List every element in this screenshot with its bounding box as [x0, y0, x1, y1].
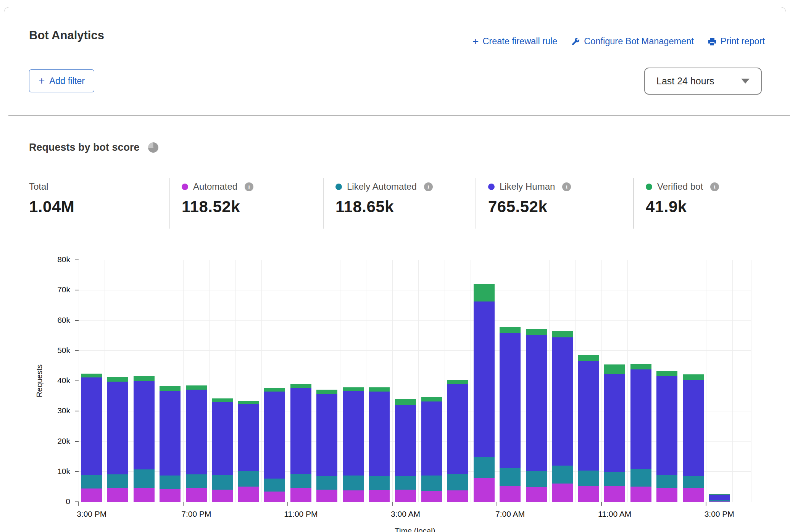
bar-segment-likely-automated[interactable]	[212, 475, 233, 490]
bar-segment-verified-bot[interactable]	[421, 397, 442, 401]
bar-segment-likely-automated[interactable]	[290, 474, 311, 488]
info-icon[interactable]: i	[562, 182, 571, 191]
bar-segment-likely-human[interactable]	[290, 388, 311, 474]
bar-segment-likely-automated[interactable]	[160, 476, 181, 489]
bar-segment-likely-automated[interactable]	[447, 474, 468, 490]
bar-segment-likely-automated[interactable]	[709, 500, 730, 501]
bar-segment-likely-automated[interactable]	[526, 471, 547, 487]
bar-segment-verified-bot[interactable]	[264, 388, 285, 392]
bar-segment-likely-automated[interactable]	[186, 474, 207, 488]
bar-segment-likely-human[interactable]	[81, 377, 102, 475]
bar-segment-automated[interactable]	[238, 487, 259, 502]
bar-segment-likely-automated[interactable]	[578, 471, 599, 486]
time-range-select[interactable]: Last 24 hours	[644, 68, 762, 95]
bar-segment-likely-automated[interactable]	[500, 468, 521, 486]
bar-segment-likely-human[interactable]	[264, 392, 285, 479]
bar-segment-automated[interactable]	[316, 490, 337, 502]
bar-segment-automated[interactable]	[552, 484, 573, 502]
bar-segment-verified-bot[interactable]	[238, 401, 259, 404]
bar-segment-automated[interactable]	[630, 487, 651, 502]
create-firewall-rule-link[interactable]: + Create firewall rule	[472, 36, 557, 47]
bar-segment-automated[interactable]	[421, 491, 442, 502]
bar-segment-likely-automated[interactable]	[395, 476, 416, 490]
bar-segment-automated[interactable]	[264, 492, 285, 502]
bar-segment-verified-bot[interactable]	[683, 374, 704, 380]
bar-segment-likely-automated[interactable]	[656, 475, 677, 488]
bar-segment-verified-bot[interactable]	[290, 384, 311, 388]
bar-segment-automated[interactable]	[395, 490, 416, 502]
bar-segment-likely-automated[interactable]	[604, 472, 625, 486]
bar-segment-likely-automated[interactable]	[683, 476, 704, 488]
bar-segment-likely-human[interactable]	[630, 369, 651, 469]
bar-segment-verified-bot[interactable]	[81, 374, 102, 377]
bar-segment-verified-bot[interactable]	[186, 385, 207, 390]
bar-segment-automated[interactable]	[474, 478, 495, 502]
bar-segment-likely-automated[interactable]	[630, 469, 651, 486]
bar-segment-likely-automated[interactable]	[474, 457, 495, 478]
bar-segment-verified-bot[interactable]	[134, 376, 155, 381]
bar-segment-verified-bot[interactable]	[343, 387, 364, 391]
bar-segment-automated[interactable]	[107, 488, 128, 502]
bar-segment-likely-human[interactable]	[474, 301, 495, 457]
bar-segment-likely-human[interactable]	[316, 394, 337, 477]
info-icon[interactable]: i	[710, 182, 719, 191]
info-icon[interactable]: i	[245, 182, 253, 191]
bar-segment-automated[interactable]	[186, 488, 207, 502]
print-report-link[interactable]: Print report	[708, 36, 765, 47]
bar-segment-automated[interactable]	[526, 487, 547, 502]
bar-segment-verified-bot[interactable]	[500, 327, 521, 333]
bar-segment-likely-human[interactable]	[604, 374, 625, 472]
bar-segment-verified-bot[interactable]	[526, 329, 547, 335]
bar-segment-verified-bot[interactable]	[212, 398, 233, 402]
bar-segment-verified-bot[interactable]	[369, 387, 390, 391]
bar-segment-likely-human[interactable]	[421, 401, 442, 476]
bar-segment-likely-human[interactable]	[709, 494, 730, 500]
bar-segment-likely-automated[interactable]	[369, 476, 390, 490]
bar-segment-likely-automated[interactable]	[238, 471, 259, 486]
bar-segment-likely-human[interactable]	[447, 384, 468, 474]
bar-segment-likely-human[interactable]	[238, 404, 259, 471]
bar-segment-automated[interactable]	[683, 488, 704, 502]
bar-segment-likely-human[interactable]	[186, 390, 207, 474]
bar-segment-automated[interactable]	[500, 486, 521, 502]
bar-segment-likely-human[interactable]	[526, 335, 547, 471]
bar-segment-likely-human[interactable]	[134, 381, 155, 469]
bar-segment-likely-human[interactable]	[160, 391, 181, 476]
bar-segment-automated[interactable]	[160, 489, 181, 502]
bar-segment-likely-human[interactable]	[683, 380, 704, 476]
bar-segment-automated[interactable]	[369, 490, 390, 502]
bar-segment-likely-human[interactable]	[107, 382, 128, 474]
bar-segment-automated[interactable]	[343, 490, 364, 502]
bar-segment-automated[interactable]	[578, 486, 599, 502]
bar-segment-likely-automated[interactable]	[552, 466, 573, 484]
bar-segment-verified-bot[interactable]	[474, 284, 495, 301]
bar-segment-likely-automated[interactable]	[343, 476, 364, 490]
bar-segment-automated[interactable]	[604, 486, 625, 502]
add-filter-button[interactable]: + Add filter	[29, 69, 94, 92]
bar-segment-verified-bot[interactable]	[578, 355, 599, 361]
bar-segment-likely-human[interactable]	[656, 376, 677, 474]
bar-segment-automated[interactable]	[447, 490, 468, 502]
bar-segment-verified-bot[interactable]	[160, 386, 181, 391]
bar-segment-likely-human[interactable]	[395, 405, 416, 476]
bar-segment-verified-bot[interactable]	[447, 380, 468, 384]
bar-segment-verified-bot[interactable]	[630, 364, 651, 369]
bar-segment-likely-automated[interactable]	[421, 476, 442, 491]
bar-segment-verified-bot[interactable]	[552, 331, 573, 337]
bar-segment-likely-human[interactable]	[578, 361, 599, 471]
bar-segment-likely-human[interactable]	[500, 333, 521, 468]
bar-segment-verified-bot[interactable]	[604, 364, 625, 374]
bar-segment-automated[interactable]	[290, 488, 311, 502]
bar-segment-likely-automated[interactable]	[81, 475, 102, 488]
info-icon[interactable]: i	[424, 182, 433, 191]
bar-segment-likely-human[interactable]	[369, 392, 390, 476]
bar-segment-verified-bot[interactable]	[656, 371, 677, 376]
bar-segment-likely-human[interactable]	[343, 391, 364, 476]
bar-segment-verified-bot[interactable]	[395, 399, 416, 405]
bar-segment-likely-human[interactable]	[552, 337, 573, 466]
bar-segment-verified-bot[interactable]	[316, 390, 337, 394]
bar-segment-likely-automated[interactable]	[134, 469, 155, 488]
bar-segment-automated[interactable]	[212, 490, 233, 502]
bar-segment-likely-human[interactable]	[212, 402, 233, 475]
bar-segment-automated[interactable]	[134, 488, 155, 502]
